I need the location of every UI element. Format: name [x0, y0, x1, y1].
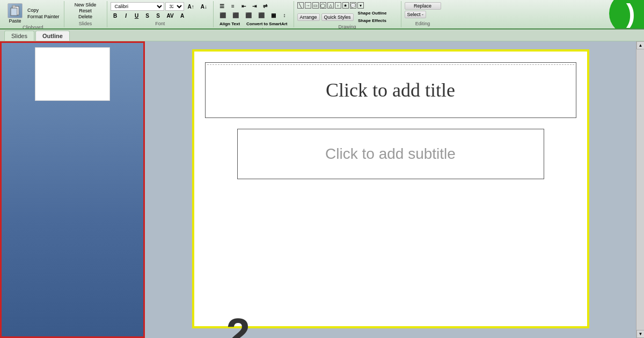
decrease-indent-button[interactable]: ⇤: [239, 2, 248, 10]
center-button[interactable]: ⬛: [230, 11, 241, 19]
font-name-select[interactable]: Calibri: [111, 2, 164, 11]
drawing-group: ╲ → ▭ ◯ △ › ★ 💬 ▾ Arrange Quick Styles S…: [294, 1, 401, 27]
reset-button[interactable]: Reset: [78, 8, 93, 13]
paste-button[interactable]: Paste: [5, 2, 25, 25]
ribbon: Paste Copy Format Painter Clipboard New …: [0, 0, 644, 30]
editing-label: Editing: [405, 21, 441, 26]
scroll-track: [636, 49, 644, 330]
decrease-font-button[interactable]: A↓: [198, 3, 210, 11]
chevron-shape[interactable]: ›: [335, 2, 341, 9]
slides-label: Slides: [68, 21, 104, 26]
underline-button[interactable]: U: [132, 12, 142, 20]
select-row: Select -: [405, 11, 441, 18]
triangle-shape[interactable]: △: [327, 2, 334, 9]
para-top-row: ☰ ≡ ⇤ ⇥ ⇌: [217, 2, 290, 10]
col-button[interactable]: ▦: [268, 11, 279, 19]
arrow-shape[interactable]: →: [305, 2, 311, 9]
slide-panel: 1: [0, 41, 145, 338]
font-color-button[interactable]: A: [178, 12, 187, 20]
slide-thumbnail-1[interactable]: [35, 47, 110, 101]
callout-shape[interactable]: 💬: [350, 2, 356, 9]
scroll-down-button[interactable]: ▼: [636, 330, 644, 338]
align-text-button[interactable]: Align Text: [217, 20, 243, 27]
align-left-button[interactable]: ⬛: [217, 11, 229, 19]
delete-button[interactable]: Delete: [77, 14, 93, 19]
line-spacing-button[interactable]: ↕: [280, 11, 289, 19]
shape-style-buttons: Shape Outline Shape Effects: [355, 10, 390, 24]
justify-button[interactable]: ⬛: [255, 11, 267, 19]
green-circle-decoration: ): [609, 0, 644, 30]
paste-label: Paste: [9, 18, 21, 24]
font-format-row: B I U S S AV A: [111, 12, 210, 20]
tab-slides[interactable]: Slides: [4, 31, 34, 41]
align-right-button[interactable]: ⬛: [243, 11, 254, 19]
quick-styles-button[interactable]: Quick Styles: [321, 13, 354, 21]
font-label: Font: [111, 21, 210, 26]
title-textbox[interactable]: Click to add title: [205, 62, 576, 118]
tab-bar: Slides Outline: [0, 30, 644, 41]
bullet-list-button[interactable]: ☰: [217, 2, 227, 10]
replace-button[interactable]: Replace: [405, 2, 441, 10]
select-button[interactable]: Select -: [405, 11, 427, 18]
char-spacing-button[interactable]: AV: [164, 12, 177, 20]
para-convert-row: Align Text Convert to SmartArt: [217, 20, 290, 27]
clipboard-group: Paste Copy Format Painter Clipboard: [2, 1, 64, 27]
paragraph-group: ☰ ≡ ⇤ ⇥ ⇌ ⬛ ⬛ ⬛ ⬛ ▦ ↕ Align Text Convert…: [214, 1, 294, 27]
tab-outline[interactable]: Outline: [35, 31, 70, 41]
editing-group: Replace Select - Editing: [401, 1, 444, 27]
oval-shape[interactable]: ◯: [320, 2, 326, 9]
increase-font-button[interactable]: A↑: [185, 3, 197, 11]
more-shapes[interactable]: ▾: [357, 2, 364, 9]
title-placeholder-text: Click to add title: [326, 79, 455, 101]
convert-smartart-button[interactable]: Convert to SmartArt: [244, 20, 290, 27]
slide-number-2: 2: [226, 309, 251, 338]
star-shape[interactable]: ★: [342, 2, 349, 9]
svg-rect-2: [12, 5, 16, 7]
subtitle-textbox[interactable]: Click to add subtitle: [237, 129, 544, 179]
paste-icon: [8, 3, 23, 18]
svg-rect-1: [11, 8, 17, 16]
shape-effects-button[interactable]: Shape Effects: [355, 17, 390, 24]
new-slide-button[interactable]: New Slide: [74, 2, 98, 8]
copy-button[interactable]: Copy: [26, 8, 61, 13]
rect-shape[interactable]: ▭: [312, 2, 319, 9]
main-area: 1 Click to add title Click to add subtit…: [0, 41, 644, 338]
canvas-area: Click to add title Click to add subtitle…: [145, 41, 636, 338]
strikethrough-button[interactable]: S: [143, 12, 152, 20]
scroll-up-button[interactable]: ▲: [636, 41, 644, 49]
slide-canvas: Click to add title Click to add subtitle…: [192, 49, 589, 328]
italic-button[interactable]: I: [121, 12, 131, 20]
para-bottom-row: ⬛ ⬛ ⬛ ⬛ ▦ ↕: [217, 11, 290, 19]
format-painter-button[interactable]: Format Painter: [26, 14, 61, 19]
numbered-list-button[interactable]: ≡: [228, 2, 238, 10]
subtitle-placeholder-text: Click to add subtitle: [325, 145, 456, 162]
right-scrollbar: ▲ ▼: [636, 41, 644, 338]
clipboard-label: Clipboard: [5, 25, 61, 30]
drawing-label: Drawing: [297, 24, 398, 30]
clipboard-extras: Copy Format Painter: [26, 8, 61, 19]
shadow-button[interactable]: S: [153, 12, 163, 20]
shape-outline-button[interactable]: Shape Outline: [355, 10, 390, 17]
drawing-actions-row: Arrange Quick Styles Shape Outline Shape…: [297, 10, 398, 24]
rtl-button[interactable]: ⇌: [260, 2, 270, 10]
bold-button[interactable]: B: [111, 12, 120, 20]
font-name-row: Calibri 32 A↑ A↓: [111, 2, 210, 11]
font-size-select[interactable]: 32: [165, 2, 184, 11]
line-shape[interactable]: ╲: [297, 2, 304, 9]
shapes-row: ╲ → ▭ ◯ △ › ★ 💬 ▾: [297, 2, 398, 9]
paragraph-label: Paragraph: [217, 27, 290, 30]
slides-group: New Slide Reset Delete Slides: [64, 1, 107, 27]
arrange-button[interactable]: Arrange: [297, 13, 320, 21]
increase-indent-button[interactable]: ⇥: [250, 2, 259, 10]
font-group: Calibri 32 A↑ A↓ B I U S S AV A Font: [107, 1, 214, 27]
